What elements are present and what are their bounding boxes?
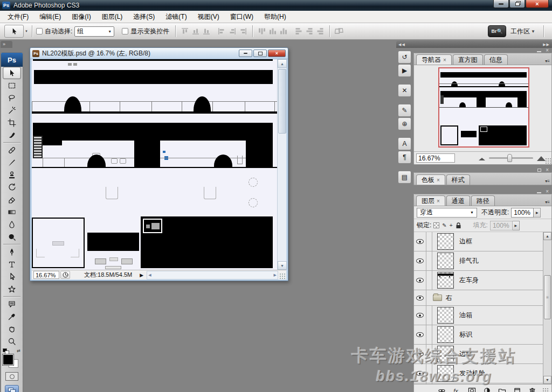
panel-close-icon[interactable]: × (546, 167, 549, 173)
panel-restore-icon[interactable] (537, 169, 541, 172)
type-tool-button[interactable] (3, 258, 21, 270)
healing-brush-tool-button[interactable] (3, 144, 21, 156)
align-left-edges-button[interactable] (216, 25, 227, 37)
new-group-button[interactable] (497, 387, 507, 392)
quick-mask-button[interactable] (5, 372, 18, 381)
zoom-percent-field[interactable]: 16.67% (33, 271, 59, 279)
tab-paths[interactable]: 路径 (471, 195, 495, 206)
doc-maximize-button[interactable] (253, 50, 267, 57)
visibility-toggle[interactable] (414, 383, 426, 384)
tool-dock-collapse[interactable]: » (1, 41, 12, 48)
menu-file[interactable]: 文件(F) (2, 11, 34, 23)
collapse-panels-icon[interactable]: ◀◀ (398, 43, 405, 47)
minimize-button[interactable] (493, 0, 509, 8)
tool-preset-dropdown-icon[interactable]: ▼ (25, 30, 28, 33)
visibility-toggle[interactable] (414, 306, 426, 325)
layer-thumbnail[interactable] (437, 307, 454, 324)
lock-pixels-icon[interactable]: ✎ (442, 222, 446, 228)
shape-tool-button[interactable] (3, 283, 21, 295)
tab-close-icon[interactable]: × (437, 198, 440, 204)
visibility-toggle[interactable] (414, 325, 426, 344)
menu-window[interactable]: 窗口(W) (225, 11, 259, 23)
psd-canvas[interactable] (32, 59, 277, 270)
visibility-toggle[interactable] (414, 290, 426, 305)
auto-select-checkbox[interactable] (36, 28, 43, 34)
menu-image[interactable]: 图像(I) (66, 11, 96, 23)
layer-row-partial[interactable] (414, 383, 551, 384)
panel-minimize-icon[interactable] (537, 51, 541, 52)
add-layer-mask-button[interactable] (467, 387, 477, 392)
layer-thumbnail[interactable] (437, 233, 454, 250)
timing-button[interactable] (60, 271, 70, 279)
eyedropper-tool-button[interactable] (3, 310, 21, 323)
pen-tool-button[interactable] (3, 246, 21, 258)
layer-name[interactable]: 边框 (459, 349, 472, 359)
adjustment-layer-button[interactable] (482, 387, 492, 392)
fill-spinner[interactable]: ▶ (513, 221, 520, 230)
notes-tool-button[interactable] (3, 298, 21, 310)
lock-transparency-icon[interactable] (433, 222, 439, 228)
eraser-tool-button[interactable] (3, 193, 21, 206)
vertical-scrollbar[interactable]: ▲ ▼ (277, 59, 286, 270)
align-horizontal-centers-button[interactable] (227, 25, 238, 37)
brushes-panel-button[interactable]: ✎ (398, 104, 411, 117)
magic-wand-tool-button[interactable] (3, 104, 21, 116)
gradient-tool-button[interactable] (3, 206, 21, 218)
layer-row[interactable]: 排气孔 (414, 251, 551, 271)
layers-scroll-down[interactable]: ▼ (543, 376, 551, 384)
distribute-top-edges-button[interactable] (257, 25, 267, 37)
visibility-toggle[interactable] (414, 271, 426, 290)
tab-channels[interactable]: 通道 (446, 195, 470, 206)
path-selection-tool-button[interactable] (3, 270, 21, 283)
scroll-right-icon[interactable]: ▶ (274, 273, 277, 277)
navigator-zoom-slider[interactable] (489, 157, 533, 159)
tab-layers[interactable]: 图层× (416, 195, 445, 206)
workspace-button[interactable]: 工作区 ▼ (506, 25, 540, 37)
panel-menu-icon[interactable]: ▾≡ (545, 59, 550, 64)
resize-grip[interactable] (279, 273, 286, 279)
menu-filter[interactable]: 滤镜(T) (160, 11, 192, 23)
clone-stamp-tool-button[interactable] (3, 169, 21, 181)
slice-tool-button[interactable] (3, 129, 21, 141)
lock-position-icon[interactable]: + (450, 222, 453, 228)
menu-select[interactable]: 选择(S) (128, 11, 160, 23)
menu-layer[interactable]: 图层(L) (96, 11, 128, 23)
navigator-preview[interactable] (414, 65, 551, 151)
visibility-toggle[interactable] (414, 251, 426, 270)
distribute-horizontal-centers-button[interactable] (304, 25, 315, 37)
layers-scroll-up[interactable]: ▲ (543, 232, 551, 240)
panel-menu-icon[interactable]: ▾≡ (545, 200, 550, 205)
panel-menu-icon[interactable]: ▾≡ (545, 179, 550, 184)
layer-style-button[interactable]: fx. (452, 387, 461, 392)
swap-colors-icon[interactable]: ⇄ (17, 348, 20, 353)
layer-thumbnail[interactable] (437, 326, 454, 343)
menu-help[interactable]: 帮助(H) (259, 11, 292, 23)
layer-name[interactable]: 标识 (459, 330, 472, 339)
vertical-scroll-thumb[interactable] (278, 69, 286, 134)
link-layers-button[interactable] (437, 387, 446, 392)
scroll-down-button[interactable]: ▼ (278, 261, 287, 270)
group-name[interactable]: 右 (446, 293, 452, 303)
blur-tool-button[interactable] (3, 218, 21, 230)
horizontal-scrollbar[interactable]: ◀ ▶ (147, 271, 278, 279)
align-right-edges-button[interactable] (238, 25, 249, 37)
history-panel-button[interactable]: ↺ (398, 51, 411, 64)
lasso-tool-button[interactable] (3, 92, 21, 104)
clone-source-panel-button[interactable]: ⊕ (398, 117, 411, 130)
document-titlebar[interactable]: Ps NL202模版.psd @ 16.7% (左, RGB/8) × (30, 48, 288, 59)
zoom-slider-thumb[interactable] (507, 154, 512, 162)
paragraph-panel-button[interactable]: ¶ (398, 151, 411, 164)
layer-comps-panel-button[interactable]: ▤ (398, 171, 411, 184)
tab-histogram[interactable]: 直方图 (453, 54, 483, 65)
layer-row[interactable]: 标识 (414, 325, 551, 345)
layer-thumbnail[interactable] (437, 272, 454, 289)
layer-name[interactable]: 边框 (459, 237, 472, 246)
panel-resize-grip[interactable] (545, 158, 551, 164)
opacity-spinner[interactable]: ▶ (534, 208, 541, 218)
layer-name[interactable]: 左车身 (459, 276, 479, 285)
align-vertical-centers-button[interactable] (190, 25, 201, 37)
layer-name[interactable]: 排气孔 (459, 256, 479, 265)
move-tool-button[interactable] (3, 67, 21, 79)
panel-close-icon[interactable]: × (546, 189, 549, 194)
new-layer-button[interactable] (512, 387, 522, 392)
